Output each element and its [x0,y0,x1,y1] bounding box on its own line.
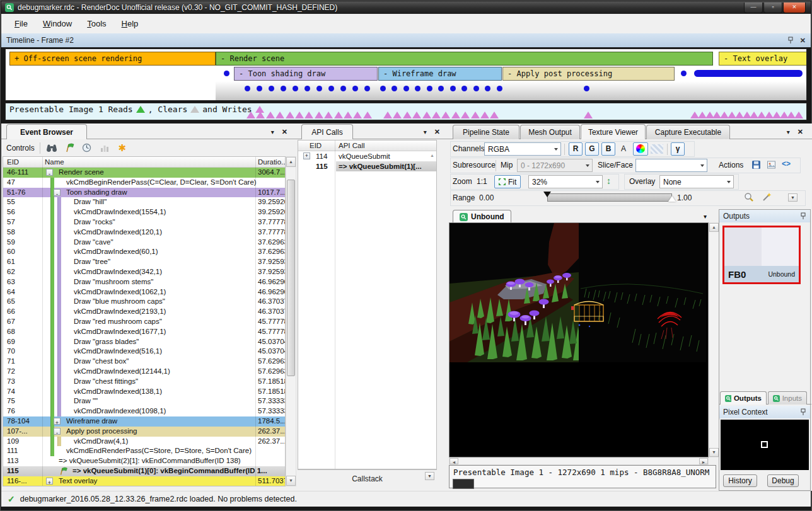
menu-item-tools[interactable]: Tools [80,16,113,31]
toolbar-overflow-icon[interactable]: ▼ [788,193,798,202]
draw-event-dot[interactable] [461,86,467,91]
menu-item-window[interactable]: Window [36,16,79,31]
scroll-down-icon[interactable]: ▼ [286,476,296,486]
event-row[interactable]: 113=> vkQueueSubmit(2)[1]: vkEndCommandB… [3,456,285,466]
draw-events-pill[interactable] [694,70,803,77]
preview-tab-unbound[interactable]: Unbound [453,210,511,223]
event-row[interactable]: 116-...+Text overlay511.7037 [3,476,285,486]
event-row[interactable]: 107-...-Apply post processing262.37... [3,427,285,437]
expand-icon[interactable]: + [46,478,53,485]
colorwheel-button[interactable] [633,142,648,156]
api-call-row[interactable]: +114vkQueueSubmit [298,151,436,161]
dock-close-icon[interactable]: ✕ [798,128,803,136]
pixel-context-header[interactable]: Pixel Context [719,406,810,418]
pin-icon[interactable] [800,212,806,220]
event-row[interactable]: 51-76-Toon shading draw1017.7... [3,188,285,198]
event-row[interactable]: 74vkCmdDrawIndexed(138,1)57.18518 [3,387,285,397]
overlay-select[interactable]: None [659,175,734,188]
tab-event-browser[interactable]: Event Browser [6,124,87,139]
range-slider[interactable] [547,193,672,202]
draw-event-dot[interactable] [281,86,286,91]
menu-item-help[interactable]: Help [115,16,146,31]
event-row[interactable]: 47vkCmdBeginRenderPass(C=Clear, D=Clear,… [3,178,285,188]
draw-event-dot[interactable] [438,86,444,91]
expand-icon[interactable]: + [54,418,61,425]
draw-event-dot[interactable] [473,86,479,91]
draw-event-dot[interactable] [364,86,370,91]
goto-resource-icon[interactable]: <> [782,159,791,168]
channels-select[interactable]: RGBA [484,142,561,156]
event-row[interactable]: 115=> vkQueueSubmit(1)[0]: vkBeginComman… [3,466,285,476]
minimize-button[interactable]: — [744,3,763,13]
timeline-marker[interactable]: - Wireframe draw [378,67,502,81]
event-row[interactable]: 71Draw "chest box"57.62963 [3,357,285,367]
scroll-thumb[interactable] [287,180,295,376]
draw-event-dot[interactable] [352,86,358,91]
event-row[interactable]: 75Draw ""57.33333 [3,396,285,406]
flip-y-icon[interactable]: ↕ [606,176,611,186]
collapse-icon[interactable]: - [46,169,53,176]
save-texture-icon[interactable] [751,160,761,171]
draw-event-dot[interactable] [450,86,456,91]
draw-event-dot[interactable] [485,86,490,91]
col-duration[interactable]: Duratio... [258,158,286,166]
pin-icon[interactable] [787,37,794,44]
draw-event-dot[interactable] [427,86,432,91]
zoom-1to1-button[interactable]: 1:1 [477,177,487,186]
timeline-body[interactable]: + Off-screen scene rendering- Render sce… [5,49,807,101]
event-row[interactable]: 64vkCmdDrawIndexed(1062,1)46.96296 [3,287,285,297]
range-black-handle[interactable] [543,192,551,197]
event-row[interactable]: 46-111-Render scene3064.7... [3,168,285,178]
draw-event-dot[interactable] [497,86,502,91]
find-event-icon[interactable] [45,142,58,154]
callstack-section[interactable]: Callstack ▼ [298,469,437,487]
event-row[interactable]: 76vkCmdDrawIndexed(1098,1)57.33333 [3,406,285,416]
draw-event-dot[interactable] [328,86,334,91]
draw-event-dot[interactable] [316,86,322,91]
event-scrollbar[interactable]: ▲ ▼ [286,156,296,486]
preview-list-icon[interactable]: ▾ [704,213,707,220]
draw-event-dot[interactable] [293,86,298,91]
dock-close-icon[interactable]: ✕ [282,128,287,136]
channel-a-button[interactable]: A [617,142,630,156]
event-row[interactable]: 56vkCmdDrawIndexed(1554,1)39.25926 [3,207,285,217]
event-row[interactable]: 58vkCmdDrawIndexed(120,1)37.77778 [3,227,285,238]
timeline-marker[interactable]: + Off-screen scene rendering [9,52,216,66]
event-row[interactable]: 72vkCmdDrawIndexed(12144,1)57.62963 [3,367,285,377]
timeline-panel-header[interactable]: Timeline - Frame #2 ✕ [1,33,811,47]
draw-event-dot[interactable] [340,86,346,91]
tab-capture-executable[interactable]: Capture Executable [646,125,730,139]
bookmark-icon[interactable]: ✱ [116,142,129,154]
timeline-resource-usage[interactable]: Presentable Image 1 Reads , Clears and W… [5,103,807,120]
event-row[interactable]: 68vkCmdDrawIndexed(1677,1)45.77778 [3,327,285,337]
close-button[interactable]: ✕ [783,3,806,13]
event-row[interactable]: 57Draw "rocks"37.77778 [3,217,285,227]
event-grid-header[interactable]: EID Name Duratio... [3,157,285,168]
dock-menu-icon[interactable]: ▾ [787,129,790,135]
event-row[interactable]: 61Draw "tree"37.92593 [3,257,285,267]
channel-g-button[interactable]: G [585,142,599,156]
texture-hscrollbar[interactable]: ◄ ► [449,457,709,465]
event-row[interactable]: 109vkCmdDraw(4,1)262.37... [3,437,285,447]
event-row[interactable]: 59Draw "cave"37.62963 [3,238,285,248]
draw-event-dot[interactable] [681,71,687,76]
texture-canvas[interactable] [449,222,709,457]
draw-event-dot[interactable] [584,86,589,91]
draw-event-dot[interactable] [380,86,386,91]
draw-event-dot[interactable] [415,86,420,91]
event-row[interactable]: 111vkCmdEndRenderPass(C=Store, D=Store, … [3,446,285,456]
timeline-marker[interactable]: - Text overlay [719,52,807,66]
range-max-value[interactable]: 1.00 [677,193,692,202]
event-row[interactable]: 66vkCmdDrawIndexed(2193,1)46.37037 [3,307,285,317]
timeline-marker[interactable]: - Render scene [216,52,713,66]
dock-menu-icon[interactable]: ▾ [424,129,427,135]
dock-menu-icon[interactable]: ▾ [271,129,274,135]
col-eid[interactable]: EID [7,158,19,166]
history-button[interactable]: History [723,474,757,487]
expand-icon[interactable]: + [303,152,310,159]
event-row[interactable]: 65Draw "blue mushroom caps"46.37037 [3,297,285,307]
scroll-up-icon[interactable]: ▲ [430,153,434,158]
tab-texture-viewer[interactable]: Texture Viewer [581,124,646,139]
open-texture-list-icon[interactable] [767,160,776,171]
event-row[interactable]: 67Draw "red mushroom caps"45.77778 [3,317,285,327]
